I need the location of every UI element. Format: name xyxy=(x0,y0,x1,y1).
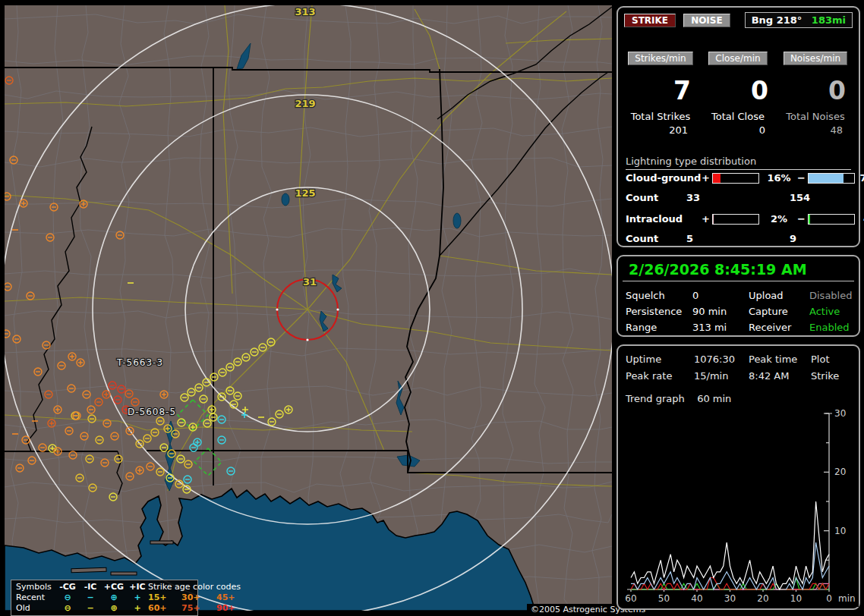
trend-graph-window: 60 min xyxy=(697,393,731,404)
legend-row: Recent⊖−⊕+15+30+45+ xyxy=(16,592,197,603)
trend-graph-label: Trend graph xyxy=(626,393,694,404)
legend-icpos-header: +IC xyxy=(127,582,148,592)
close-per-min-value: 0 xyxy=(700,76,776,106)
legend-symbol: ⊕ xyxy=(101,592,127,603)
setting-key2: Upload xyxy=(749,290,809,301)
legend-symbol: ⊖ xyxy=(55,592,80,603)
intracloud-label: Intracloud xyxy=(626,213,702,225)
stat-c3: 8:42 AM xyxy=(749,370,811,382)
svg-text:10: 10 xyxy=(790,593,802,604)
cg-minus-sign: − xyxy=(797,172,808,184)
legend-icneg-header: -IC xyxy=(80,582,101,592)
ic-minus-count: 9 xyxy=(790,233,853,244)
legend-header-row: Symbols -CG -IC +CG +IC Strike age color… xyxy=(16,582,197,592)
setting-value: 90 min xyxy=(692,306,749,317)
close-per-min-button[interactable]: Close/min xyxy=(708,52,767,65)
trend-panel: Uptime1076:30Peak timePlotPeak rate15/mi… xyxy=(616,344,860,610)
noises-per-min-col: Noises/min 0 Total Noises 48 xyxy=(777,50,853,136)
cg-plus-bar xyxy=(712,173,759,184)
legend-age: 45+ xyxy=(216,592,247,603)
total-close-label: Total Close xyxy=(700,111,776,122)
map-legend: Symbols -CG -IC +CG +IC Strike age color… xyxy=(11,580,198,616)
cg-minus-bar xyxy=(808,173,855,184)
legend-cgneg-header: -CG xyxy=(55,582,80,592)
stat-c1: Peak rate xyxy=(626,370,694,382)
total-close-value: 0 xyxy=(700,124,776,136)
close-per-min-col: Close/min 0 Total Close 0 xyxy=(700,50,776,136)
setting-value2: Active xyxy=(809,306,853,317)
ic-plus-pct: 2% xyxy=(761,213,797,225)
ic-minus-sign: − xyxy=(797,213,808,225)
stat-c4: Plot xyxy=(811,354,853,365)
ic-minus-pct: 4% xyxy=(856,213,864,225)
ring-label: 125 xyxy=(295,187,315,199)
total-noises-value: 48 xyxy=(777,124,853,136)
legend-row-label: Recent xyxy=(16,592,55,603)
svg-text:30: 30 xyxy=(724,593,736,604)
setting-value: 0 xyxy=(692,290,749,301)
strike-button[interactable]: STRIKE xyxy=(624,14,676,27)
setting-value2: Enabled xyxy=(809,322,853,333)
strike-counters-panel: STRIKE NOISE Bng 218° 183mi Strikes/min … xyxy=(616,6,860,247)
bearing-value: Bng 218° xyxy=(752,14,803,26)
legend-age-title: Strike age color codes xyxy=(148,582,247,592)
svg-text:40: 40 xyxy=(691,593,702,604)
distribution-title: Lightning type distribution xyxy=(626,156,851,170)
svg-text:10: 10 xyxy=(834,526,846,536)
map-canvas: 31321912531 T-5663-3D-5608-5 xyxy=(5,5,612,611)
bearing-readout: Bng 218° 183mi xyxy=(745,12,853,28)
legend-age: 75+ xyxy=(181,603,216,614)
setting-value: 313 mi xyxy=(692,322,749,333)
strikes-per-min-value: 7 xyxy=(623,76,698,106)
legend-symbol: + xyxy=(127,603,148,614)
nexstorm-app: { "panel": { "strike_btn": "STRIKE", "no… xyxy=(0,0,864,616)
legend-age: 15+ xyxy=(148,592,181,603)
trend-graph: 1020306050403020100min xyxy=(620,405,859,607)
setting-key: Squelch xyxy=(626,290,692,301)
cg-minus-count: 154 xyxy=(790,192,853,203)
ring-label: 313 xyxy=(295,6,315,17)
cg-count-label: Count xyxy=(626,192,686,203)
total-strikes-label: Total Strikes xyxy=(623,111,698,122)
ic-plus-bar xyxy=(712,214,759,225)
legend-cgpos-header: +CG xyxy=(101,582,127,592)
svg-text:50: 50 xyxy=(658,593,670,604)
stats-grid: Uptime1076:30Peak timePlotPeak rate15/mi… xyxy=(626,354,853,382)
strikes-per-min-button[interactable]: Strikes/min xyxy=(628,52,692,65)
total-noises-label: Total Noises xyxy=(777,111,853,122)
legend-symbol: − xyxy=(80,592,101,603)
cg-plus-count: 33 xyxy=(686,192,790,203)
svg-text:min: min xyxy=(838,593,856,604)
cg-plus-sign: + xyxy=(702,172,712,184)
noises-per-min-value: 0 xyxy=(777,76,853,106)
svg-text:30: 30 xyxy=(834,408,846,419)
rate-columns: Strikes/min 7 Total Strikes 201 Close/mi… xyxy=(623,50,854,136)
setting-key2: Receiver xyxy=(749,322,809,333)
legend-symbol: ⊕ xyxy=(101,603,127,614)
trend-graph-row: Trend graph 60 min xyxy=(626,393,731,404)
intracloud-counts: Count 5 9 xyxy=(626,233,853,244)
setting-value2: Disabled xyxy=(809,290,853,301)
total-strikes-value: 201 xyxy=(623,124,698,136)
noise-button[interactable]: NOISE xyxy=(683,14,730,27)
cloud-ground-row: Cloud-ground + 16% − 77% xyxy=(626,172,853,184)
setting-key: Persistence xyxy=(626,306,692,317)
storm-cell-label: D-5608-5 xyxy=(128,407,176,417)
stat-c3: Peak time xyxy=(749,354,811,365)
stat-c1: Uptime xyxy=(626,354,694,365)
legend-age: 30+ xyxy=(181,592,216,603)
cloud-ground-label: Cloud-ground xyxy=(626,172,702,184)
legend-row: Old⊖−⊕+60+75+90+ xyxy=(16,603,197,614)
strikes-per-min-col: Strikes/min 7 Total Strikes 201 xyxy=(623,50,698,136)
cg-plus-pct: 16% xyxy=(761,172,797,184)
svg-text:0: 0 xyxy=(826,593,832,604)
ring-label: 31 xyxy=(303,276,317,288)
cg-minus-pct: 77% xyxy=(856,172,864,184)
legend-symbols-header: Symbols xyxy=(16,582,55,592)
stat-c2: 1076:30 xyxy=(694,354,749,365)
storm-cell-label: T-5663-3 xyxy=(116,357,163,368)
noises-per-min-button[interactable]: Noises/min xyxy=(784,52,847,65)
legend-symbol: ⊖ xyxy=(55,603,80,614)
ic-plus-sign: + xyxy=(702,213,712,225)
strike-map[interactable]: 31321912531 T-5663-3D-5608-5 Symbols -CG… xyxy=(5,5,612,611)
